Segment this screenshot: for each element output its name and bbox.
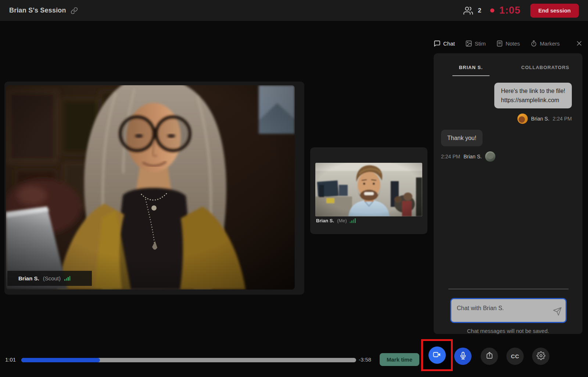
- tab-markers[interactable]: Markers: [530, 40, 560, 47]
- share-screen-button[interactable]: [481, 348, 498, 365]
- send-message-icon[interactable]: [553, 307, 562, 316]
- self-video-tile: Brian S. (Me): [310, 147, 427, 234]
- tab-participant-chat[interactable]: BRIAN S.: [434, 53, 508, 76]
- participant-video: Brian S. (Scout): [6, 85, 295, 290]
- tab-markers-label: Markers: [540, 40, 560, 47]
- microphone-icon: [459, 351, 467, 361]
- chat-audience-tabs: BRIAN S. COLLABORATORS: [434, 53, 582, 76]
- chat-input[interactable]: [450, 298, 567, 323]
- microphone-toggle-button[interactable]: [454, 348, 472, 365]
- participant-video-frame: [6, 85, 295, 290]
- session-title-group: Brian S's Session: [9, 7, 78, 14]
- signal-strength-icon: [64, 276, 70, 281]
- camera-toggle-button[interactable]: [429, 347, 446, 364]
- tab-collaborators-label: COLLABORATORS: [514, 65, 576, 76]
- controls-bar: 1:01 -3:58 Mark time CC: [0, 334, 588, 377]
- closed-captions-button[interactable]: CC: [506, 348, 524, 365]
- timeline-scrubber[interactable]: [21, 358, 356, 362]
- chat-input-group: [450, 298, 567, 323]
- end-session-button[interactable]: End session: [530, 4, 579, 18]
- elapsed-time: 1:01: [5, 357, 16, 363]
- message-line: Thank you!: [447, 133, 476, 143]
- copy-link-icon[interactable]: [71, 7, 78, 14]
- participants-count: 2: [478, 7, 481, 14]
- main-video-tile: Brian S. (Scout): [4, 82, 304, 295]
- close-panel-icon[interactable]: [576, 40, 583, 47]
- session-title: Brian S's Session: [9, 7, 66, 14]
- self-video-frame: [315, 163, 422, 216]
- participant-name: Brian S.: [18, 275, 39, 281]
- remaining-time: -3:58: [359, 357, 371, 363]
- tab-chat[interactable]: Chat: [434, 40, 455, 47]
- share-icon: [485, 351, 494, 361]
- settings-button[interactable]: [532, 348, 549, 365]
- tab-notes-label: Notes: [506, 40, 520, 47]
- chat-message-outgoing: Here's the link to the file! https://sam…: [494, 83, 572, 108]
- tab-stim-label: Stim: [475, 40, 486, 47]
- chat-spacer: [434, 162, 582, 289]
- chat-footnote: Chat messages will not be saved.: [434, 328, 582, 334]
- top-bar-right: 2 1:05 End session: [463, 4, 579, 18]
- message-line: https://samplelink.com: [501, 96, 565, 105]
- participant-role: (Scout): [43, 275, 61, 281]
- highlight-annotation-box: [421, 339, 453, 371]
- chat-message-list: Here's the link to the file! https://sam…: [434, 76, 582, 162]
- message-time: 2:24 PM: [441, 154, 460, 159]
- video-camera-icon: [433, 350, 441, 360]
- self-name: Brian S.: [316, 218, 334, 223]
- chat-message-incoming: Thank you!: [441, 130, 483, 146]
- participant-name-label: Brian S. (Scout): [7, 271, 92, 286]
- cc-label: CC: [511, 353, 519, 359]
- avatar: [517, 114, 528, 124]
- self-name-label: Brian S. (Me): [316, 218, 356, 223]
- tab-notes[interactable]: Notes: [496, 40, 520, 47]
- avatar: [485, 151, 495, 162]
- tab-collaborators-chat[interactable]: COLLABORATORS: [508, 53, 583, 76]
- self-video: [315, 163, 422, 216]
- timeline-progress-fill: [21, 358, 100, 362]
- tab-participant-label: BRIAN S.: [452, 65, 490, 76]
- message-sender: Brian S.: [463, 154, 482, 159]
- message-sender: Brian S.: [531, 116, 549, 122]
- message-meta: Brian S. 2:24 PM: [517, 114, 572, 124]
- sidebar-tab-strip: Chat Stim Notes Markers: [434, 36, 583, 51]
- message-meta: 2:24 PM Brian S.: [441, 151, 495, 162]
- gear-icon: [537, 351, 545, 361]
- recording-dot-icon: [490, 8, 494, 12]
- chat-bubble-icon: [434, 40, 441, 47]
- image-icon: [465, 40, 472, 47]
- tab-stim[interactable]: Stim: [465, 40, 486, 47]
- recording-timer: 1:05: [499, 5, 521, 16]
- message-line: Here's the link to the file!: [501, 86, 565, 96]
- mark-time-button[interactable]: Mark time: [380, 353, 419, 366]
- message-time: 2:24 PM: [553, 116, 572, 122]
- participants-icon[interactable]: [463, 6, 473, 15]
- top-bar: Brian S's Session 2 1:05 End session: [0, 0, 588, 21]
- chat-panel: BRIAN S. COLLABORATORS Here's the link t…: [434, 53, 582, 334]
- stopwatch-icon: [530, 40, 537, 47]
- self-role: (Me): [337, 218, 347, 223]
- notes-document-icon: [496, 40, 503, 47]
- app-root: Brian S's Session 2 1:05 End session: [0, 0, 588, 377]
- signal-strength-icon: [350, 218, 356, 223]
- tab-chat-label: Chat: [443, 40, 455, 47]
- chat-divider: [448, 289, 569, 289]
